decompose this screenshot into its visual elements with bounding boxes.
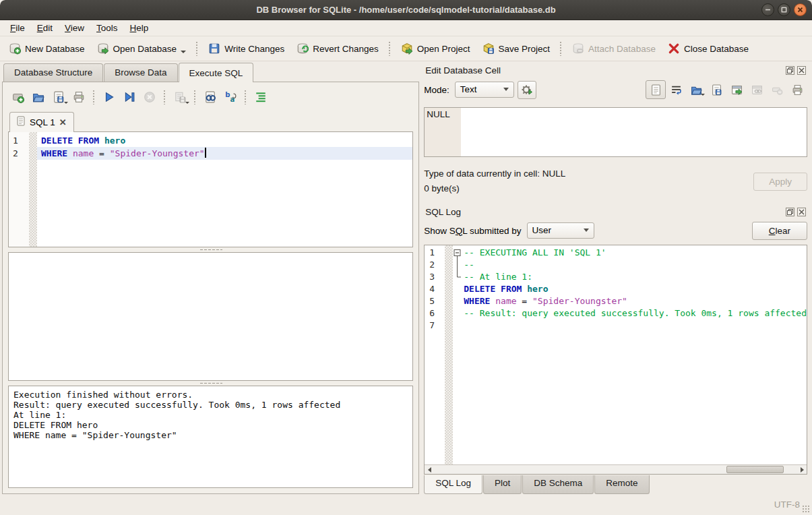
fold-spacer: [453, 320, 464, 332]
sql-log-view[interactable]: 1234567 -- EXECUTING ALL IN 'SQL 1'---- …: [424, 245, 807, 475]
scroll-left-icon[interactable]: [425, 465, 434, 474]
left-pane: Database StructureBrowse DataExecute SQL…: [0, 61, 419, 494]
dock-tab-db-schema[interactable]: DB Schema: [522, 475, 594, 494]
fold-spacer: [453, 307, 464, 320]
word-wrap-button[interactable]: [666, 80, 686, 99]
execute-sql-panel: ba SQL 1 ✕ 12 DELETE FROM heroWHERE name…: [2, 82, 419, 494]
splitter-results-messages[interactable]: [8, 381, 413, 386]
replace-button[interactable]: ba: [220, 88, 241, 107]
sql-editor[interactable]: 12 DELETE FROM heroWHERE name = "Spider-…: [8, 131, 413, 247]
format-sql-button[interactable]: [251, 88, 271, 107]
code-token: DELETE FROM: [41, 135, 99, 146]
menu-item-tools[interactable]: Tools: [90, 21, 124, 35]
open-project-button[interactable]: Open Project: [395, 39, 476, 58]
editor-line-1[interactable]: DELETE FROM hero: [37, 134, 412, 147]
close-button[interactable]: [794, 3, 807, 16]
new-tab-button[interactable]: [8, 88, 28, 107]
main-tabbar: Database StructureBrowse DataExecute SQL: [2, 61, 419, 82]
clear-button[interactable]: Clear: [752, 222, 807, 240]
cell-value-editor[interactable]: NULL: [424, 107, 807, 157]
dock-tab-plot[interactable]: Plot: [483, 475, 522, 494]
mode-value: Text: [460, 84, 477, 94]
edit-cell-close-icon[interactable]: [797, 66, 806, 75]
execute-line-button[interactable]: [119, 88, 139, 107]
new-database-button[interactable]: New Database: [3, 39, 91, 58]
chevron-down-icon[interactable]: [701, 94, 705, 96]
submitted-by-select[interactable]: User: [527, 222, 594, 239]
log-horizontal-scrollbar[interactable]: [425, 464, 807, 474]
print-cell-button[interactable]: [787, 80, 807, 99]
save-project-button[interactable]: Save Project: [476, 39, 557, 58]
minimize-button[interactable]: [761, 3, 774, 16]
sql-log-close-icon[interactable]: [797, 208, 806, 216]
encoding-indicator[interactable]: UTF-8: [774, 499, 800, 510]
tab-database-structure[interactable]: Database Structure: [3, 63, 103, 82]
sql-tab-close-icon[interactable]: ✕: [59, 117, 67, 127]
scrollbar-thumb[interactable]: [726, 466, 784, 473]
code-token: -- EXECUTING ALL IN 'SQL 1': [464, 247, 606, 259]
maximize-button[interactable]: [778, 3, 790, 16]
log-line-7: [453, 320, 807, 332]
fold-marker-icon: [453, 259, 464, 271]
dock-tabbar: SQL LogPlotDB SchemaRemote: [423, 475, 809, 494]
results-grid[interactable]: [8, 252, 413, 381]
chevron-down-icon[interactable]: [181, 51, 186, 53]
submitted-by-value: User: [532, 225, 552, 235]
scroll-right-icon[interactable]: [797, 465, 807, 474]
chevron-down-icon[interactable]: [64, 102, 68, 104]
menu-item-file[interactable]: File: [4, 21, 31, 35]
execute-all-button[interactable]: [99, 88, 119, 107]
splitter-editor-results[interactable]: [8, 247, 413, 252]
titlebar[interactable]: DB Browser for SQLite - /home/user/code/…: [0, 0, 812, 20]
mode-select[interactable]: Text: [455, 82, 514, 98]
editor-line-numbers: 12: [9, 132, 29, 247]
open-sql-file-button[interactable]: [28, 88, 49, 107]
mode-label: Mode:: [424, 85, 449, 95]
edit-cell-mode-row: Mode: Text: [423, 78, 809, 102]
auto-switch-mode-button[interactable]: [518, 81, 536, 99]
code-token: "Spider-Youngster": [110, 148, 205, 158]
editor-code-area[interactable]: DELETE FROM heroWHERE name = "Spider-You…: [37, 132, 412, 247]
resize-grip[interactable]: [802, 505, 810, 513]
print-button[interactable]: [69, 88, 89, 107]
revert-changes-button[interactable]: Revert Changes: [290, 39, 385, 58]
open-database-button[interactable]: Open Database: [91, 39, 193, 58]
cell-null-value: NULL: [425, 108, 461, 156]
save-sql-file-button[interactable]: [49, 88, 69, 107]
toolbar-button-label: Save Project: [499, 44, 551, 54]
edit-cell-dock-header[interactable]: Edit Database Cell: [423, 63, 809, 78]
menu-item-view[interactable]: View: [59, 21, 90, 35]
code-token: hero: [527, 283, 548, 295]
write-changes-button[interactable]: Write Changes: [202, 39, 290, 58]
export-data-button[interactable]: [706, 80, 726, 99]
statusbar: UTF-8: [0, 494, 812, 515]
fold-marker-icon[interactable]: [453, 247, 464, 259]
code-token: -- Result: query executed successfully. …: [464, 307, 807, 320]
dock-tab-remote[interactable]: Remote: [594, 475, 649, 494]
toolbar-separator: [193, 90, 197, 104]
tab-execute-sql[interactable]: Execute SQL: [179, 63, 254, 82]
menu-item-edit[interactable]: Edit: [31, 21, 59, 35]
sql-log-float-icon[interactable]: [786, 208, 794, 216]
sql-doc-tabbar: SQL 1 ✕: [8, 111, 413, 131]
tab-sql-1[interactable]: SQL 1 ✕: [9, 112, 74, 132]
editor-line-2[interactable]: WHERE name = "Spider-Youngster": [37, 147, 412, 160]
import-data-button[interactable]: [686, 80, 706, 99]
toolbar-button-label: Open Project: [417, 44, 470, 54]
tab-browse-data[interactable]: Browse Data: [104, 63, 177, 82]
toolbar-button-label: Attach Database: [588, 44, 656, 54]
edit-cell-float-icon[interactable]: [786, 66, 794, 75]
toolbar-button-label: Write Changes: [224, 44, 284, 54]
close-database-button[interactable]: Close Database: [662, 39, 755, 58]
find-button[interactable]: [200, 88, 220, 107]
sql-log-dock-header[interactable]: SQL Log: [423, 204, 809, 219]
chevron-down-icon[interactable]: [185, 102, 189, 104]
apply-button[interactable]: Apply: [753, 173, 807, 191]
text-mode-button[interactable]: [646, 80, 666, 99]
log-lines: -- EXECUTING ALL IN 'SQL 1'---- At line …: [453, 245, 807, 464]
log-line-numbers: 1234567: [425, 245, 445, 464]
copy-link-button: [747, 80, 767, 99]
dock-tab-sql-log[interactable]: SQL Log: [424, 475, 482, 494]
menu-item-help[interactable]: Help: [124, 21, 155, 35]
open-external-button[interactable]: [726, 80, 747, 99]
